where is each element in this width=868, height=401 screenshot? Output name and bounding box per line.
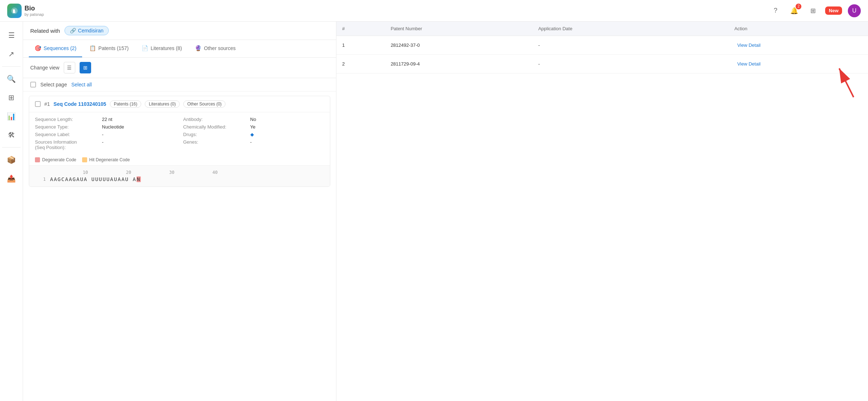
logo: Bio by patsnap <box>7 4 44 18</box>
sequences-icon: 🎯 <box>35 45 41 51</box>
legend-degenerate: Degenerate Code <box>35 157 76 162</box>
sidebar-icon-box[interactable]: 📦 <box>4 152 19 168</box>
table-row: 1 2812492-37-0 - View Detail <box>336 36 868 55</box>
table-header-row: # Patent Number Application Date Action <box>336 22 868 36</box>
seq-length-value: 22 nt <box>102 117 112 122</box>
sidebar-icon-menu[interactable]: ☰ <box>4 27 19 43</box>
row-action-1: View Detail <box>729 36 868 55</box>
notifications-button[interactable]: 🔔 2 <box>788 4 801 17</box>
logo-text: Bio by patsnap <box>24 5 44 17</box>
detail-sequence-label: Sequence Label: - <box>35 132 176 137</box>
chem-mod-label: Chemically Modified: <box>183 124 248 130</box>
notifications-badge: 2 <box>796 4 801 9</box>
sidebar-icon-analytics[interactable]: 📊 <box>4 108 19 124</box>
seq-number: #1 <box>44 101 50 107</box>
drugs-label: Drugs: <box>183 132 248 137</box>
degenerate-color <box>35 157 40 162</box>
toolbar: Change view ☰ ⊞ <box>23 58 336 78</box>
user-avatar[interactable]: U <box>848 4 861 17</box>
seq-details-left: Sequence Length: 22 nt Sequence Type: Nu… <box>35 117 176 150</box>
navbar-right: ? 🔔 2 ⊞ New U <box>769 4 861 17</box>
seq-code-link[interactable]: Seq Code 1103240105 <box>54 101 106 107</box>
row-empty-1 <box>689 36 729 55</box>
sidebar-icon-expand[interactable]: ↗ <box>4 46 19 62</box>
detail-antibody: Antibody: No <box>183 117 325 122</box>
related-bar: Related with 🔗 Cemdisiran <box>23 22 336 40</box>
app-subtitle: by patsnap <box>24 12 44 17</box>
seq-checkbox[interactable] <box>35 101 41 107</box>
tab-other-sources[interactable]: 🔮 Other sources <box>189 40 241 57</box>
tab-sequences[interactable]: 🎯 Sequences (2) <box>29 40 82 57</box>
seq-badge-other-sources[interactable]: Other Sources (0) <box>183 100 225 108</box>
select-page-checkbox[interactable] <box>30 82 36 87</box>
table-row: 2 2811729-09-4 - View Detail <box>336 55 868 73</box>
detail-drugs: Drugs: ◆ <box>183 132 325 137</box>
row-patent-1: 2812492-37-0 <box>385 36 533 55</box>
col-empty <box>689 22 729 36</box>
detail-chemically-modified: Chemically Modified: Ye <box>183 124 325 130</box>
tab-patents-label: Patents (157) <box>98 45 129 51</box>
ruler-30: 30 <box>150 170 193 175</box>
grid-view-button[interactable]: ⊞ <box>80 62 91 73</box>
legend-row: Degenerate Code Hit Degenerate Code <box>29 154 330 165</box>
sources-info-value: - <box>102 139 103 145</box>
col-date: Application Date <box>532 22 689 36</box>
ruler-10: 10 <box>64 170 107 175</box>
app-title: Bio <box>24 5 44 13</box>
genes-value: - <box>250 139 252 145</box>
view-detail-button-2[interactable]: View Detail <box>734 60 764 68</box>
main-content: Related with 🔗 Cemdisiran 🎯 Sequences (2… <box>23 22 868 401</box>
legend-hit-degenerate: Hit Degenerate Code <box>82 157 130 162</box>
logo-icon <box>7 4 22 18</box>
seq-label-label: Sequence Label: <box>35 132 100 137</box>
sources-info-label: Sources Information (Seq Position): <box>35 139 100 150</box>
help-button[interactable]: ? <box>769 4 782 17</box>
sidebar-icon-grid[interactable]: ⊞ <box>4 90 19 105</box>
drugs-value[interactable]: ◆ <box>250 132 254 137</box>
seq-viewer: 10 20 30 40 1 AAGCAAGAUA UUUUUAUAAU AN <box>29 165 330 186</box>
detail-sources-info: Sources Information (Seq Position): - <box>35 139 176 150</box>
sidebar-divider-2 <box>2 147 20 148</box>
select-page-label[interactable]: Select page <box>40 82 67 87</box>
seq-type-label: Sequence Type: <box>35 124 100 130</box>
sidebar-icon-search[interactable]: 🔍 <box>4 71 19 87</box>
tab-literatures[interactable]: 📄 Literatures (8) <box>136 40 188 57</box>
seq-badge-patents[interactable]: Patents (16) <box>110 100 141 108</box>
navbar: Bio by patsnap ? 🔔 2 ⊞ New U <box>0 0 868 22</box>
chem-mod-value: Ye <box>250 124 256 130</box>
antibody-label: Antibody: <box>183 117 248 122</box>
right-panel: # Patent Number Application Date Action … <box>336 22 868 401</box>
row-patent-2: 2811729-09-4 <box>385 55 533 73</box>
row-action-2: View Detail <box>729 55 868 73</box>
seq-details: Sequence Length: 22 nt Sequence Type: Nu… <box>29 112 330 154</box>
related-tag[interactable]: 🔗 Cemdisiran <box>64 26 109 35</box>
antibody-value: No <box>250 117 256 122</box>
col-num: # <box>336 22 385 36</box>
view-detail-button-1[interactable]: View Detail <box>734 41 764 49</box>
seq-highlight: N <box>137 176 141 182</box>
seq-length-label: Sequence Length: <box>35 117 100 122</box>
seq-label-value: - <box>102 132 103 137</box>
sidebar-icon-share[interactable]: 📤 <box>4 171 19 186</box>
change-view-label: Change view <box>30 65 59 71</box>
tab-sequences-label: Sequences (2) <box>44 45 76 51</box>
sidebar-icon-tools[interactable]: 🛠 <box>4 127 19 143</box>
select-all-button[interactable]: Select all <box>71 82 92 87</box>
tag-icon: 🔗 <box>70 28 76 33</box>
detail-genes: Genes: - <box>183 139 325 145</box>
row-num-2: 2 <box>336 55 385 73</box>
seq-badge-literatures[interactable]: Literatures (0) <box>145 100 180 108</box>
apps-button[interactable]: ⊞ <box>806 4 819 17</box>
new-badge[interactable]: New <box>825 6 842 15</box>
grid-icon: ⊞ <box>83 65 88 71</box>
row-empty-2 <box>689 55 729 73</box>
tab-patents[interactable]: 📋 Patents (157) <box>84 40 134 57</box>
detail-sequence-type: Sequence Type: Nucleotide <box>35 124 176 130</box>
col-patent: Patent Number <box>385 22 533 36</box>
seq-ruler: 10 20 30 40 <box>35 170 324 175</box>
list-view-button[interactable]: ☰ <box>64 62 75 73</box>
left-panel: Related with 🔗 Cemdisiran 🎯 Sequences (2… <box>23 22 336 401</box>
sequence-card: #1 Seq Code 1103240105 Patents (16) Lite… <box>29 96 330 187</box>
seq-card-header: #1 Seq Code 1103240105 Patents (16) Lite… <box>29 96 330 112</box>
related-label: Related with <box>30 28 60 34</box>
